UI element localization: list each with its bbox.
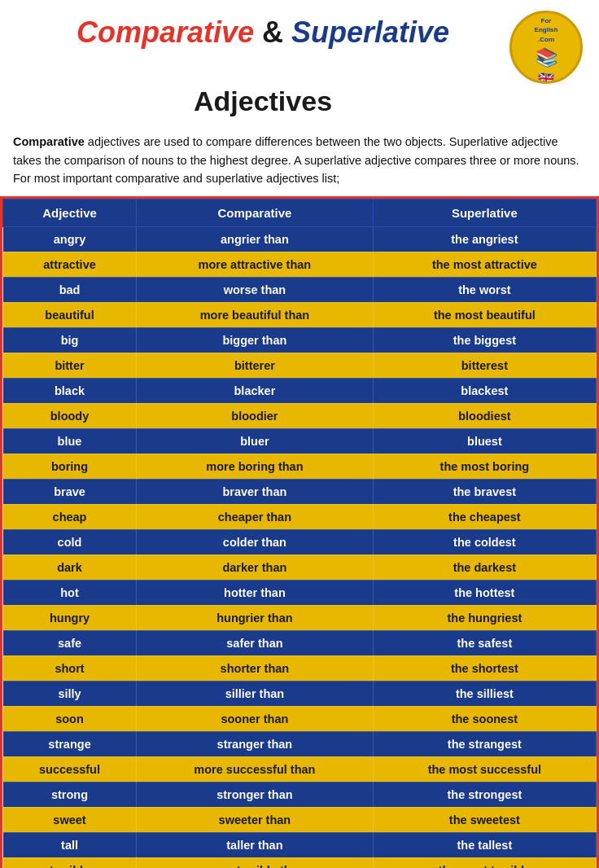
superlative-cell: the most successful — [373, 756, 596, 782]
superlative-cell: the safest — [373, 630, 596, 655]
adjective-cell: successful — [3, 756, 137, 782]
table-row: strongstronger thanthe strongest — [3, 782, 597, 807]
table-row: soonsooner thanthe soonest — [3, 706, 597, 731]
logo-text: LessonsForEnglish.Com — [533, 11, 559, 43]
comparative-cell: bluer — [137, 428, 374, 454]
superlative-cell: the worst — [373, 277, 596, 302]
adjective-cell: brave — [3, 479, 137, 504]
superlative-cell: the darkest — [373, 555, 596, 580]
table-row: blackblackerblackest — [3, 378, 597, 403]
comparative-cell: bitterer — [137, 353, 374, 378]
superlative-cell: the coldest — [373, 529, 596, 555]
title-adjectives: Adjectives — [16, 85, 509, 118]
comparative-cell: taller than — [137, 832, 374, 857]
title-comparative: Comparative — [77, 15, 254, 49]
table-row: cheapcheaper thanthe cheapest — [3, 504, 597, 529]
superlative-cell: the hungriest — [373, 605, 596, 630]
adjective-cell: big — [3, 327, 137, 353]
col-header-superlative: Superlative — [373, 199, 596, 226]
superlative-cell: the silliest — [373, 681, 596, 706]
superlative-cell: the shortest — [373, 655, 596, 681]
superlative-cell: the cheapest — [373, 504, 596, 529]
table-row: boringmore boring thanthe most boring — [3, 454, 597, 479]
adjective-cell: bitter — [3, 353, 137, 378]
table-row: sweetsweeter thanthe sweetest — [3, 807, 597, 832]
adjective-cell: tall — [3, 832, 137, 857]
book-icon: 📚 — [533, 46, 559, 70]
table-row: hungryhungrier thanthe hungriest — [3, 605, 597, 630]
adjective-cell: boring — [3, 454, 137, 479]
superlative-cell: the strangest — [373, 731, 596, 756]
superlative-cell: the most beautiful — [373, 302, 596, 327]
adjective-cell: bloody — [3, 403, 137, 428]
superlative-cell: the biggest — [373, 327, 596, 353]
comparative-cell: shorter than — [137, 655, 374, 681]
adjectives-table: Adjective Comparative Superlative angrya… — [2, 199, 597, 868]
intro-rest: adjectives are used to compare differenc… — [13, 135, 579, 185]
comparative-cell: more terrible than — [137, 857, 374, 868]
comparative-cell: more boring than — [137, 454, 374, 479]
comparative-cell: sooner than — [137, 706, 374, 731]
header-title: Comparative & Superlative Adjectives — [16, 15, 509, 118]
superlative-cell: the tallest — [373, 832, 596, 857]
table-row: bluebluerbluest — [3, 428, 597, 454]
table-row: bitterbittererbitterest — [3, 353, 597, 378]
table-row: talltaller thanthe tallest — [3, 832, 597, 857]
table-row: sillysillier thanthe silliest — [3, 681, 597, 706]
comparative-cell: hotter than — [137, 580, 374, 605]
adjective-cell: hungry — [3, 605, 137, 630]
title-superlative: Superlative — [291, 15, 449, 49]
superlative-cell: bloodiest — [373, 403, 596, 428]
superlative-cell: the most terrible — [373, 857, 596, 868]
adjective-cell: safe — [3, 630, 137, 655]
table-row: shortshorter thanthe shortest — [3, 655, 597, 681]
adjective-cell: soon — [3, 706, 137, 731]
comparative-cell: more successful than — [137, 756, 374, 782]
superlative-cell: the hottest — [373, 580, 596, 605]
adjective-cell: hot — [3, 580, 137, 605]
superlative-cell: the strongest — [373, 782, 596, 807]
table-row: terriblemore terrible thanthe most terri… — [3, 857, 597, 868]
header: Comparative & Superlative Adjectives Les… — [0, 0, 599, 126]
table-row: beautifulmore beautiful thanthe most bea… — [3, 302, 597, 327]
table-row: darkdarker thanthe darkest — [3, 555, 597, 580]
table-container: Adjective Comparative Superlative angrya… — [0, 196, 599, 868]
comparative-cell: worse than — [137, 277, 374, 302]
comparative-cell: bloodier — [137, 403, 374, 428]
superlative-cell: the angriest — [373, 226, 596, 252]
comparative-cell: hungrier than — [137, 605, 374, 630]
superlative-cell: the soonest — [373, 706, 596, 731]
adjective-cell: cheap — [3, 504, 137, 529]
adjective-cell: blue — [3, 428, 137, 454]
superlative-cell: blackest — [373, 378, 596, 403]
adjective-cell: sweet — [3, 807, 137, 832]
adjective-cell: black — [3, 378, 137, 403]
superlative-cell: the sweetest — [373, 807, 596, 832]
adjective-cell: dark — [3, 555, 137, 580]
superlative-cell: bluest — [373, 428, 596, 454]
flag-icon: 🇬🇧 — [538, 72, 554, 84]
adjective-cell: silly — [3, 681, 137, 706]
adjective-cell: short — [3, 655, 137, 681]
table-row: angryangrier thanthe angriest — [3, 226, 597, 252]
table-row: attractivemore attractive thanthe most a… — [3, 252, 597, 277]
comparative-cell: more attractive than — [137, 252, 374, 277]
comparative-cell: darker than — [137, 555, 374, 580]
table-row: bloodybloodierbloodiest — [3, 403, 597, 428]
adjective-cell: terrible — [3, 857, 137, 868]
comparative-cell: sillier than — [137, 681, 374, 706]
comparative-cell: stronger than — [137, 782, 374, 807]
superlative-cell: the most attractive — [373, 252, 596, 277]
col-header-adjective: Adjective — [3, 199, 137, 226]
comparative-cell: sweeter than — [137, 807, 374, 832]
table-row: coldcolder thanthe coldest — [3, 529, 597, 555]
table-row: safesafer thanthe safest — [3, 630, 597, 655]
table-row: hothotter thanthe hottest — [3, 580, 597, 605]
comparative-cell: colder than — [137, 529, 374, 555]
comparative-cell: safer than — [137, 630, 374, 655]
intro-bold: Comparative — [13, 135, 85, 148]
title-ampersand: & — [254, 15, 291, 49]
adjective-cell: beautiful — [3, 302, 137, 327]
superlative-cell: bitterest — [373, 353, 596, 378]
table-row: strangestranger thanthe strangest — [3, 731, 597, 756]
